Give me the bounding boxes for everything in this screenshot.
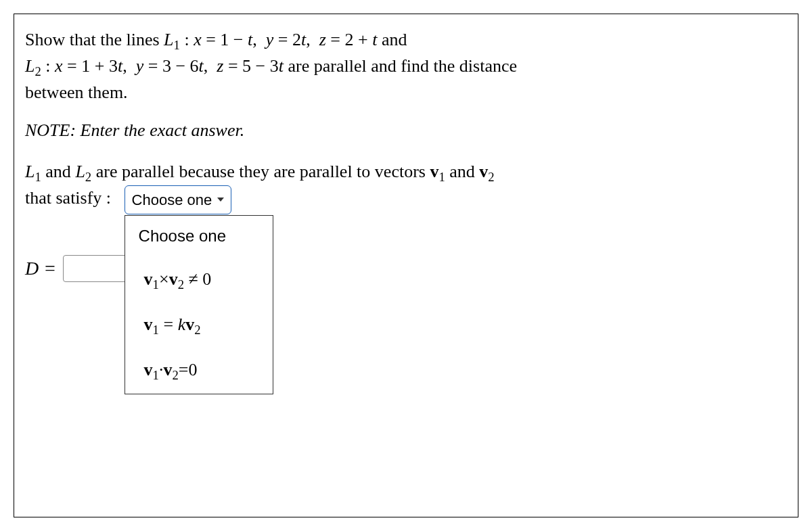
dropdown-head[interactable]: Choose one [125,216,273,258]
select-wrapper: Choose one Choose one v1×v2 ≠ 0 v1 = kv2… [125,185,232,214]
explanation-line-2-prefix: that satisfy : [25,188,120,208]
note-text: NOTE: Enter the exact answer. [25,120,791,141]
dropdown-option-dot[interactable]: v1·v2=0 [125,348,273,394]
problem-statement: Show that the lines L1 : x = 1 − t, y = … [25,26,791,106]
select-value: Choose one [132,189,212,211]
condition-select[interactable]: Choose one [125,185,232,214]
problem-line-3: between them. [25,83,128,102]
dropdown-option-cross[interactable]: v1×v2 ≠ 0 [125,258,273,303]
dropdown-listbox: Choose one v1×v2 ≠ 0 v1 = kv2 v1·v2=0 [125,215,273,394]
problem-container: Show that the lines L1 : x = 1 − t, y = … [14,14,798,517]
explanation-text: L1 and L2 are parallel because they are … [25,158,791,214]
distance-label: D = [25,258,56,279]
explanation-line-1: L1 and L2 are parallel because they are … [25,162,495,181]
dropdown-option-scalar[interactable]: v1 = kv2 [125,303,273,348]
problem-line-1: Show that the lines L1 : x = 1 − t, y = … [25,30,407,49]
problem-line-2: L2 : x = 1 + 3t, y = 3 − 6t, z = 5 − 3t … [25,56,517,76]
